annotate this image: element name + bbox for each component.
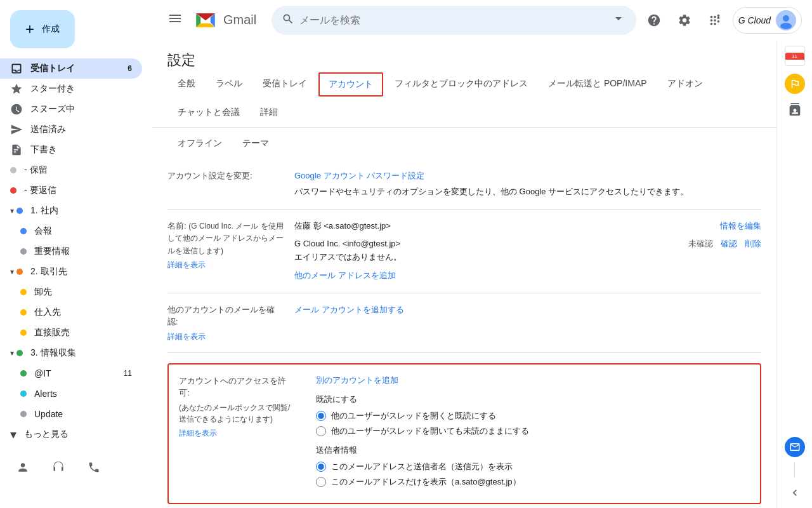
add-address-link[interactable]: 他のメール アドレスを追加 xyxy=(294,271,396,280)
section3-header[interactable]: ▾ 3. 情報収集 xyxy=(0,343,152,363)
account-button[interactable]: G Cloud xyxy=(733,7,802,34)
sidebar-item-label: 仕入先 xyxy=(34,307,61,318)
person-icon[interactable] xyxy=(10,455,36,480)
account-name: G Cloud xyxy=(738,15,771,25)
gmail-plugin-button[interactable] xyxy=(785,437,805,457)
sidebar-item-update[interactable]: Update xyxy=(0,404,142,424)
sidebar-item-label: Alerts xyxy=(34,389,57,399)
hamburger-button[interactable] xyxy=(162,6,188,34)
search-input[interactable] xyxy=(299,15,605,26)
sidebar-item-kaigi[interactable]: 会報 xyxy=(0,221,142,241)
headset-icon[interactable] xyxy=(46,455,71,480)
read-option2-radio[interactable] xyxy=(316,426,326,436)
section2-header[interactable]: ▾ 2. 取引先 xyxy=(0,262,152,282)
sender-option1[interactable]: このメールアドレスと送信者名（送信元）を表示 xyxy=(316,461,750,472)
tab-advanced[interactable]: 詳細 xyxy=(250,99,288,128)
add-another-link[interactable]: 別のアカウントを追加 xyxy=(316,375,398,385)
sidebar-item-label: スヌーズ中 xyxy=(30,104,75,115)
account-change-value: Google アカウント パスワード設定 パスワードやセキュリティのオプションを… xyxy=(294,170,761,199)
search-dropdown-icon[interactable] xyxy=(611,11,626,29)
tab-addons[interactable]: アドオン xyxy=(657,70,713,99)
right-panel-divider xyxy=(794,462,795,478)
alias-note: エイリアスではありません。 xyxy=(294,251,402,264)
calendar-button[interactable]: 31 xyxy=(785,46,805,66)
sidebar-item-drafts[interactable]: 下書き xyxy=(0,140,142,160)
access-row: アカウントへのアクセスを許可: (あなたのメールボックスで閲覧/送信できるように… xyxy=(167,353,761,508)
reply-dot xyxy=(10,187,16,194)
sidebar-item-reserved[interactable]: - 保留 xyxy=(0,160,142,180)
avatar xyxy=(776,10,796,30)
help-button[interactable] xyxy=(641,8,667,33)
settings-subtabs: オフライン テーマ xyxy=(152,128,776,159)
sidebar-item-shiire[interactable]: 仕入先 xyxy=(0,302,142,323)
tab-filters[interactable]: フィルタとブロック中のアドレス xyxy=(384,70,538,99)
section1-header[interactable]: ▾ 1. 社内 xyxy=(0,201,152,221)
sidebar-item-atit[interactable]: @IT 11 xyxy=(0,363,142,384)
name-detail-link[interactable]: 詳細を表示 xyxy=(167,259,284,271)
tab-labels[interactable]: ラベル xyxy=(206,70,252,99)
sidebar-item-choku[interactable]: 直接販売 xyxy=(0,323,142,343)
send-icon xyxy=(10,123,23,136)
sidebar-item-snoozed[interactable]: スヌーズ中 xyxy=(0,99,142,119)
tasks-button[interactable] xyxy=(785,74,805,94)
section3-label: 3. 情報収集 xyxy=(30,347,76,359)
other-accounts-detail-link[interactable]: 詳細を表示 xyxy=(167,331,284,342)
sidebar-item-label: 重要情報 xyxy=(34,246,70,257)
tab-chat[interactable]: チャットと会議 xyxy=(167,99,250,128)
more-link[interactable]: ▾ もっと見る xyxy=(0,424,152,444)
svg-point-2 xyxy=(780,23,792,29)
confirm-link[interactable]: 確認 xyxy=(721,237,737,251)
settings-content: 設定 全般 ラベル 受信トレイ アカウント フィルタとブロック中のアドレス メー… xyxy=(152,41,776,508)
expand-panel-button[interactable] xyxy=(785,483,805,503)
sender-option1-radio[interactable] xyxy=(316,462,326,472)
google-account-link[interactable]: Google アカウント パスワード設定 xyxy=(294,171,424,180)
edit-info-link[interactable]: 情報を編集 xyxy=(720,220,761,233)
settings-tabs: 全般 ラベル 受信トレイ アカウント フィルタとブロック中のアドレス メール転送… xyxy=(152,70,776,128)
sender-option2-radio[interactable] xyxy=(316,477,326,487)
contacts-button[interactable] xyxy=(785,99,805,119)
topbar-right: G Cloud xyxy=(641,7,802,34)
main-area: Gmail G Cloud xyxy=(152,0,812,508)
shiire-dot xyxy=(20,309,27,316)
settings-table: アカウント設定を変更: Google アカウント パスワード設定 パスワードやセ… xyxy=(152,159,776,508)
phone-icon[interactable] xyxy=(81,455,107,480)
compose-label: 作成 xyxy=(42,23,60,35)
sender-option2[interactable]: このメールアドレスだけを表示（a.sato@gtest.jp） xyxy=(316,476,750,488)
sender-radio-group: このメールアドレスと送信者名（送信元）を表示 このメールアドレスだけを表示（a.… xyxy=(316,461,750,488)
settings-button[interactable] xyxy=(672,8,697,33)
apps-button[interactable] xyxy=(702,8,728,33)
sidebar-item-inbox[interactable]: 受信トレイ 6 xyxy=(0,58,142,79)
atit-badge: 11 xyxy=(124,369,132,378)
sidebar-footer xyxy=(0,450,152,485)
sidebar-item-uriage[interactable]: 卸先 xyxy=(0,282,142,302)
sender-section-title: 送信者情報 xyxy=(316,444,750,456)
right-panel: 31 xyxy=(776,41,812,508)
access-detail-link[interactable]: 詳細を表示 xyxy=(179,427,296,439)
read-option2[interactable]: 他のユーザーがスレッドを開いても未読のままにする xyxy=(316,425,750,437)
content-wrapper: 設定 全般 ラベル 受信トレイ アカウント フィルタとブロック中のアドレス メー… xyxy=(152,41,812,508)
sidebar-item-juyo[interactable]: 重要情報 xyxy=(0,241,142,262)
sidebar-item-sent[interactable]: 送信済み xyxy=(0,119,142,140)
subtab-theme[interactable]: テーマ xyxy=(232,133,279,154)
tab-forwarding[interactable]: メール転送と POP/IMAP xyxy=(538,70,657,99)
sidebar-item-alerts[interactable]: Alerts xyxy=(0,384,142,404)
inbox-badge: 6 xyxy=(128,64,132,73)
search-icon xyxy=(282,13,294,27)
name-label: 名前: (G Cloud Inc. メール を使用して他のメール アドレスからメ… xyxy=(167,220,294,271)
tab-inbox[interactable]: 受信トレイ xyxy=(252,70,317,99)
subtab-offline[interactable]: オフライン xyxy=(167,133,232,154)
sidebar-item-starred[interactable]: スター付き xyxy=(0,79,142,99)
tab-general[interactable]: 全般 xyxy=(167,70,206,99)
sidebar-item-label: スター付き xyxy=(30,83,75,95)
sidebar-item-label: - 要返信 xyxy=(24,185,56,196)
sidebar-item-label: 会報 xyxy=(34,225,52,237)
sidebar-item-reply[interactable]: - 要返信 xyxy=(0,180,142,201)
read-option1[interactable]: 他のユーザーがスレッドを開くと既読にする xyxy=(316,410,750,422)
read-option1-radio[interactable] xyxy=(316,411,326,421)
update-dot xyxy=(20,411,27,417)
add-account-link[interactable]: メール アカウントを追加する xyxy=(294,305,404,314)
tab-account[interactable]: アカウント xyxy=(318,72,383,97)
clock-icon xyxy=(10,103,23,116)
delete-link[interactable]: 削除 xyxy=(745,237,761,251)
compose-button[interactable]: + 作成 xyxy=(10,10,75,48)
